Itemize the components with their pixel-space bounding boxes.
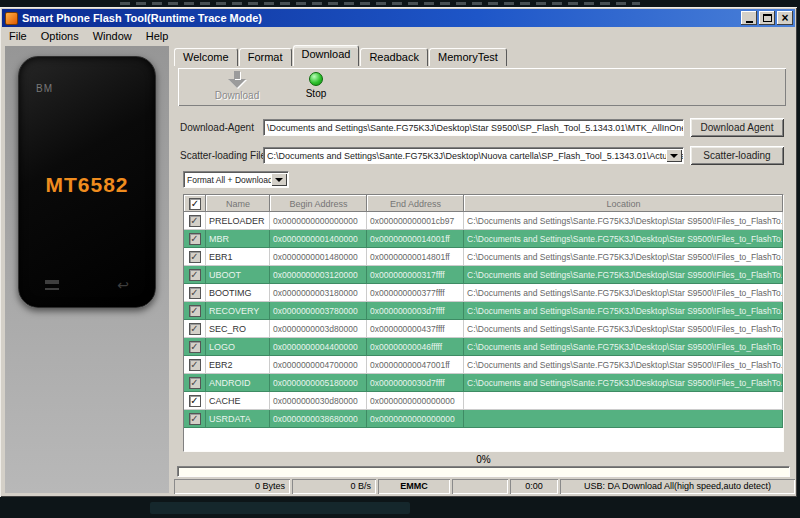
partition-row-cache[interactable]: ✓CACHE0x0000000030d800000x00000000000000… <box>184 392 783 410</box>
begin-address: 0x0000000001400000 <box>270 230 367 248</box>
partition-row-android[interactable]: ✓ANDROID0x00000000051800000x0000000030d7… <box>184 374 783 392</box>
phone-preview-panel: BM MT6582 ↩ <box>5 46 169 493</box>
partition-row-ebr1[interactable]: ✓EBR10x00000000014800000x00000000014801f… <box>184 248 783 266</box>
download-agent-field[interactable]: \Documents and Settings\Sante.FG75K3J\De… <box>263 119 684 136</box>
maximize-button[interactable] <box>759 11 775 25</box>
phone-menu-icon <box>45 280 59 290</box>
header-location: Location <box>464 195 783 212</box>
file-location: C:\Documents and Settings\Sante.FG75K3J\… <box>464 320 783 338</box>
select-all-checkbox[interactable]: ✓ <box>189 198 201 210</box>
partition-name: UBOOT <box>206 266 270 284</box>
partition-checkbox[interactable]: ✓ <box>189 323 201 335</box>
tab-readback[interactable]: Readback <box>360 48 428 66</box>
checkbox-cell: ✓ <box>184 266 206 284</box>
tab-download[interactable]: Download <box>293 45 360 66</box>
chevron-down-icon <box>275 178 283 182</box>
checkbox-cell: ✓ <box>184 392 206 410</box>
partition-name: LOGO <box>206 338 270 356</box>
phone-chip-label: MT6582 <box>19 173 155 197</box>
obscured-page-block <box>150 502 410 514</box>
end-address: 0x0000000003d7ffff <box>367 302 464 320</box>
window-title: Smart Phone Flash Tool(Runtime Trace Mod… <box>22 12 741 24</box>
end-address: 0x00000000014801ff <box>367 248 464 266</box>
format-mode-value: Format All + Download <box>187 175 273 185</box>
scatter-file-combo[interactable]: C:\Documents and Settings\Sante.FG75K3J\… <box>263 147 684 164</box>
end-address: 0x0000000000000000 <box>367 392 464 410</box>
partition-checkbox[interactable]: ✓ <box>189 233 201 245</box>
partition-name: EBR1 <box>206 248 270 266</box>
end-address: 0x0000000030d7ffff <box>367 374 464 392</box>
format-mode-combo[interactable]: Format All + Download <box>183 171 289 188</box>
tab-welcome[interactable]: Welcome <box>174 48 238 66</box>
app-window: Smart Phone Flash Tool(Runtime Trace Mod… <box>0 7 797 497</box>
partition-row-sec_ro[interactable]: ✓SEC_RO0x0000000003d800000x000000000437f… <box>184 320 783 338</box>
minimize-button[interactable] <box>741 11 757 25</box>
begin-address: 0x0000000030d80000 <box>270 392 367 410</box>
menu-file[interactable]: File <box>2 29 34 43</box>
tab-format[interactable]: Format <box>239 48 292 66</box>
partition-row-logo[interactable]: ✓LOGO0x00000000044000000x00000000046ffff… <box>184 338 783 356</box>
format-dropdown-button[interactable] <box>271 173 287 186</box>
minimize-icon <box>746 21 753 23</box>
checkbox-cell: ✓ <box>184 338 206 356</box>
begin-address: 0x0000000038680000 <box>270 410 367 428</box>
partition-name: EBR2 <box>206 356 270 374</box>
phone-brand-label: BM <box>36 83 53 94</box>
partition-name: MBR <box>206 230 270 248</box>
menu-help[interactable]: Help <box>139 29 176 43</box>
partition-row-mbr[interactable]: ✓MBR0x00000000014000000x00000000014001ff… <box>184 230 783 248</box>
partition-row-uboot[interactable]: ✓UBOOT0x00000000031200000x000000000317ff… <box>184 266 783 284</box>
begin-address: 0x0000000000000000 <box>270 212 367 230</box>
end-address: 0x00000000046fffff <box>367 338 464 356</box>
tab-strip: WelcomeFormatDownloadReadbackMemoryTest <box>174 45 508 66</box>
partition-checkbox[interactable]: ✓ <box>189 413 201 425</box>
partition-checkbox[interactable]: ✓ <box>189 395 201 407</box>
partition-checkbox[interactable]: ✓ <box>189 215 201 227</box>
end-address: 0x000000000001cb97 <box>367 212 464 230</box>
partition-checkbox[interactable]: ✓ <box>189 251 201 263</box>
maximize-icon <box>763 14 772 22</box>
partition-checkbox[interactable]: ✓ <box>189 377 201 389</box>
scatter-loading-button[interactable]: Scatter-loading <box>690 146 784 165</box>
download-tool-button[interactable]: Download <box>204 71 270 101</box>
header-end-address: End Address <box>367 195 464 212</box>
partition-table-body: ✓PRELOADER0x00000000000000000x0000000000… <box>184 212 783 428</box>
partition-name: SEC_RO <box>206 320 270 338</box>
partition-checkbox[interactable]: ✓ <box>189 305 201 317</box>
menu-window[interactable]: Window <box>86 29 139 43</box>
partition-row-usrdata[interactable]: ✓USRDATA0x00000000386800000x000000000000… <box>184 410 783 428</box>
checkbox-cell: ✓ <box>184 356 206 374</box>
status-cell-1: 0 B/s <box>292 479 376 494</box>
begin-address: 0x0000000003d80000 <box>270 320 367 338</box>
stop-tool-button[interactable]: Stop <box>294 71 338 99</box>
partition-checkbox[interactable]: ✓ <box>189 287 201 299</box>
partition-row-preloader[interactable]: ✓PRELOADER0x00000000000000000x0000000000… <box>184 212 783 230</box>
download-agent-label: Download-Agent <box>180 122 254 133</box>
end-address: 0x0000000000000000 <box>367 410 464 428</box>
download-agent-button[interactable]: Download Agent <box>690 118 784 137</box>
header-checkbox-cell: ✓ <box>184 195 206 212</box>
partition-row-ebr2[interactable]: ✓EBR20x00000000047000000x00000000047001f… <box>184 356 783 374</box>
phone-image: BM MT6582 ↩ <box>18 56 156 308</box>
file-location: C:\Documents and Settings\Sante.FG75K3J\… <box>464 302 783 320</box>
status-cell-2: EMMC <box>378 479 450 494</box>
menu-options[interactable]: Options <box>34 29 86 43</box>
partition-name: USRDATA <box>206 410 270 428</box>
partition-row-recovery[interactable]: ✓RECOVERY0x00000000037800000x0000000003d… <box>184 302 783 320</box>
download-arrow-icon <box>227 71 247 88</box>
header-begin-address: Begin Address <box>270 195 367 212</box>
close-button[interactable]: × <box>777 11 793 25</box>
partition-name: RECOVERY <box>206 302 270 320</box>
begin-address: 0x0000000001480000 <box>270 248 367 266</box>
begin-address: 0x0000000003120000 <box>270 266 367 284</box>
close-icon: × <box>781 13 788 23</box>
partition-checkbox[interactable]: ✓ <box>189 359 201 371</box>
partition-row-bootimg[interactable]: ✓BOOTIMG0x00000000031800000x000000000377… <box>184 284 783 302</box>
file-location: C:\Documents and Settings\Sante.FG75K3J\… <box>464 230 783 248</box>
partition-checkbox[interactable]: ✓ <box>189 341 201 353</box>
checkbox-cell: ✓ <box>184 248 206 266</box>
end-address: 0x00000000014001ff <box>367 230 464 248</box>
tab-memorytest[interactable]: MemoryTest <box>429 48 507 66</box>
scatter-dropdown-button[interactable] <box>666 149 682 162</box>
partition-checkbox[interactable]: ✓ <box>189 269 201 281</box>
